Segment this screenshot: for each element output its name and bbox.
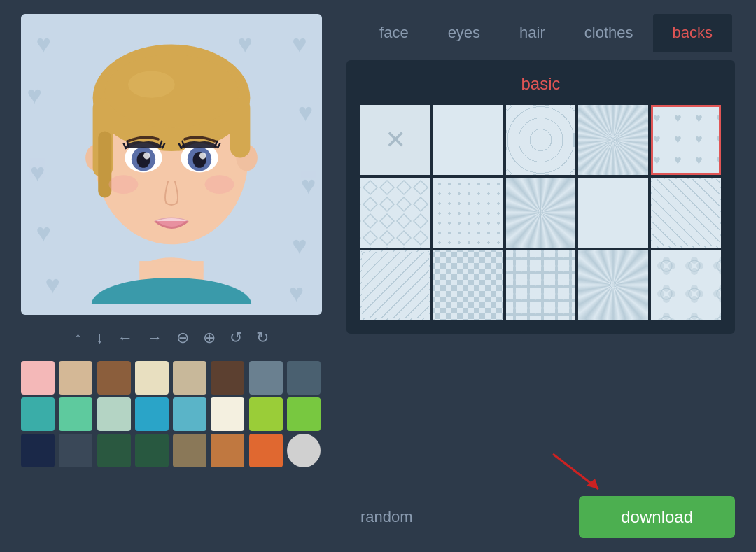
pattern-cell-3[interactable] (578, 105, 648, 175)
svg-point-19 (200, 153, 206, 160)
pattern-cell-11[interactable] (433, 250, 503, 320)
move-left-button[interactable]: ← (118, 330, 133, 346)
svg-point-20 (108, 175, 138, 194)
color-swatch-16[interactable] (21, 434, 55, 467)
color-swatch-9[interactable] (59, 397, 92, 431)
move-right-button[interactable]: → (147, 330, 162, 346)
right-panel: faceeyeshairclothesbacks basic (346, 14, 735, 334)
pattern-cell-14[interactable] (651, 250, 721, 320)
move-up-button[interactable]: ↑ (74, 330, 82, 346)
undo-button[interactable]: ↺ (230, 330, 242, 346)
tab-backs[interactable]: backs (653, 14, 732, 52)
color-swatch-3[interactable] (135, 361, 169, 395)
tab-bar: faceeyeshairclothesbacks (346, 14, 735, 52)
svg-rect-8 (230, 98, 251, 158)
svg-point-21 (205, 175, 234, 194)
color-swatch-10[interactable] (97, 397, 131, 431)
color-swatch-6[interactable] (249, 361, 283, 395)
left-panel: ♥ ♥ ♥ ♥ ♥ ♥ ♥ ♥ ♥ ♥ ♥ ♥ (21, 14, 322, 467)
svg-point-2 (92, 278, 252, 304)
color-swatch-13[interactable] (211, 397, 244, 431)
color-swatch-4[interactable] (173, 361, 206, 395)
zoom-in-button[interactable]: ⊕ (203, 330, 216, 346)
pattern-grid (360, 105, 721, 320)
pattern-cell-12[interactable] (506, 250, 576, 320)
download-button[interactable]: download (579, 496, 735, 538)
color-swatch-1[interactable] (59, 361, 92, 395)
zoom-out-button[interactable]: ⊖ (176, 330, 189, 346)
color-swatch-19[interactable] (135, 434, 169, 467)
pattern-cell-9[interactable] (651, 178, 721, 248)
color-swatch-11[interactable] (135, 397, 169, 431)
color-swatch-14[interactable] (249, 397, 283, 431)
pattern-cell-8[interactable] (578, 178, 648, 248)
color-swatch-17[interactable] (59, 434, 92, 467)
pattern-cell-10[interactable] (360, 250, 430, 320)
bottom-bar: random download (346, 496, 735, 538)
color-swatch-15[interactable] (287, 397, 321, 431)
pattern-cell-6[interactable] (433, 178, 503, 248)
pattern-cell-5[interactable] (360, 178, 430, 248)
svg-rect-9 (98, 131, 111, 197)
color-swatch-7[interactable] (287, 361, 321, 395)
tab-clothes[interactable]: clothes (565, 14, 653, 52)
color-swatch-20[interactable] (173, 434, 206, 467)
arrow-indicator (546, 447, 609, 496)
color-swatch-12[interactable] (173, 397, 206, 431)
move-down-button[interactable]: ↓ (96, 330, 104, 346)
color-swatch-18[interactable] (97, 434, 131, 467)
color-swatch-2[interactable] (97, 361, 131, 395)
svg-point-18 (144, 153, 150, 160)
color-swatch-5[interactable] (211, 361, 244, 395)
random-button[interactable]: random (346, 501, 427, 533)
tab-hair[interactable]: hair (500, 14, 565, 52)
background-panel: basic (346, 60, 735, 334)
color-palette (21, 361, 322, 467)
pattern-cell-4[interactable] (651, 105, 721, 175)
tab-eyes[interactable]: eyes (428, 14, 500, 52)
section-label: basic (360, 74, 721, 94)
color-swatch-8[interactable] (21, 397, 55, 431)
color-swatch-22[interactable] (249, 434, 283, 467)
pattern-cell-2[interactable] (506, 105, 576, 175)
pattern-cell-7[interactable] (506, 178, 576, 248)
pattern-cell-0[interactable] (360, 105, 430, 175)
tab-face[interactable]: face (360, 14, 428, 52)
svg-point-11 (128, 71, 175, 98)
color-swatch-0[interactable] (21, 361, 55, 395)
download-area: download (579, 496, 735, 538)
pattern-cell-1[interactable] (433, 105, 503, 175)
avatar-svg (59, 24, 284, 304)
controls-row: ↑ ↓ ← → ⊖ ⊕ ↺ ↻ (21, 325, 322, 351)
redo-button[interactable]: ↻ (256, 330, 269, 346)
color-swatch-21[interactable] (211, 434, 244, 467)
color-swatch-23[interactable] (287, 434, 321, 467)
pattern-cell-13[interactable] (578, 250, 648, 320)
avatar-preview: ♥ ♥ ♥ ♥ ♥ ♥ ♥ ♥ ♥ ♥ ♥ ♥ (21, 14, 322, 315)
